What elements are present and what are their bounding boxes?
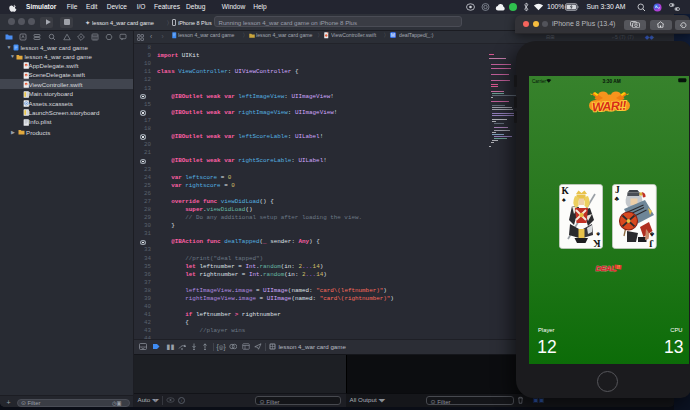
svg-text:J: J	[649, 237, 654, 247]
svg-text:K: K	[592, 237, 600, 247]
svg-text:!!: !!	[617, 265, 620, 270]
svg-text:K: K	[561, 185, 569, 195]
svg-text:♠: ♠	[596, 230, 600, 237]
svg-text:J: J	[615, 185, 620, 195]
svg-text:♣: ♣	[615, 195, 620, 202]
svg-text:♠: ♠	[562, 195, 566, 202]
svg-text:DEAL: DEAL	[595, 263, 615, 272]
svg-text:WAR!!: WAR!!	[592, 98, 627, 113]
